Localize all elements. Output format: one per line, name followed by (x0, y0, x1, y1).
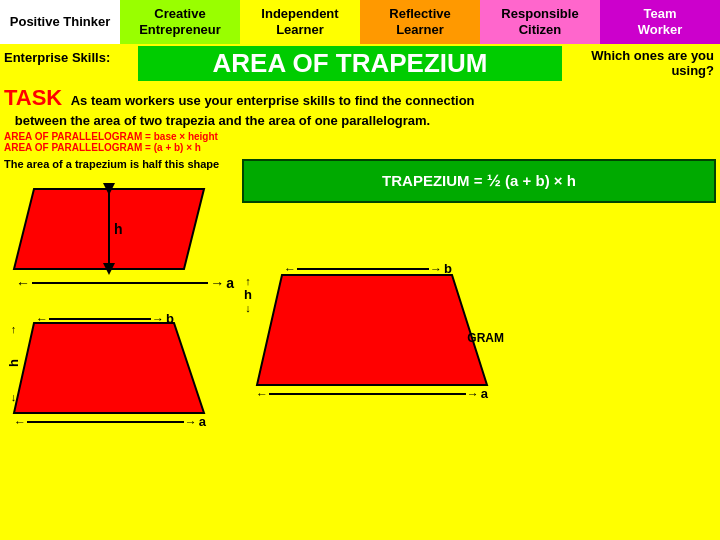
nav-label: IndependentLearner (261, 6, 338, 37)
parallelogram-svg: h (4, 179, 214, 279)
nav-label: TeamWorker (638, 6, 683, 37)
formula-box: TRAPEZIUM = ½ (a + b) × h (242, 159, 716, 203)
formula-display: TRAPEZIUM = ½ (a + b) × h (382, 171, 576, 191)
b-label: b (166, 311, 174, 326)
task-label: TASK (4, 85, 62, 110)
page-title: AREA OF TRAPEZIUM (138, 46, 562, 81)
task-description: As team workers use your enterprise skil… (4, 93, 475, 128)
a-label-bot: a (199, 414, 206, 429)
main-content: The area of a trapezium is half this sha… (0, 153, 720, 533)
nav-independent-learner[interactable]: IndependentLearner (240, 0, 360, 44)
svg-marker-4 (257, 275, 487, 385)
formula-section: AREA OF PARALLELOGRAM = base × height AR… (0, 131, 720, 153)
b-arrow-top: ← → b (36, 311, 174, 326)
nav-positive-thinker[interactable]: Positive Thinker (0, 0, 120, 44)
svg-text:h: h (114, 221, 123, 237)
enterprise-skills-label: Enterprise Skills: (4, 46, 134, 81)
parallelogram-shape: h (4, 179, 214, 279)
nav-label: CreativeEntrepreneur (139, 6, 221, 37)
formula-line1: AREA OF PARALLELOGRAM = base × height (4, 131, 716, 142)
a-label-bot2: a (481, 386, 488, 401)
which-ones-label: Which ones are you using? (566, 46, 716, 81)
b-label2: b (444, 261, 452, 276)
nav-label: Positive Thinker (10, 14, 110, 30)
nav-responsible-citizen[interactable]: ResponsibleCitizen (480, 0, 600, 44)
a-arrow-bottom2: ← → a (256, 386, 488, 401)
trapezium2-shape: ↑ h ↓ ← → b ← → a GRAM (242, 255, 502, 405)
nav-bar: Positive Thinker CreativeEntrepreneur In… (0, 0, 720, 44)
trapezium2-svg (242, 255, 497, 405)
formula-line2: AREA OF PARALLELOGRAM = (a + b) × h (4, 142, 716, 153)
nav-label: ResponsibleCitizen (501, 6, 578, 37)
nav-team-worker[interactable]: TeamWorker (600, 0, 720, 44)
left-panel: The area of a trapezium is half this sha… (4, 153, 234, 533)
nav-reflective-learner[interactable]: ReflectiveLearner (360, 0, 480, 44)
trapezium-label: The area of a trapezium is half this sha… (4, 157, 234, 171)
nav-creative-entrepreneur[interactable]: CreativeEntrepreneur (120, 0, 240, 44)
a-arrow-bottom1: ← → a (14, 414, 206, 429)
a-label: a (226, 275, 234, 291)
svg-marker-3 (14, 323, 204, 413)
nav-label: ReflectiveLearner (389, 6, 450, 37)
right-panel: TRAPEZIUM = ½ (a + b) × h ↑ h ↓ ← → b (242, 153, 716, 533)
b-arrow-top2: ← → b (284, 261, 452, 276)
trapezium1-shape: ↑ h ↓ ← → b ← → a (4, 303, 214, 433)
gram-label: GRAM (467, 331, 504, 345)
task-section: TASK As team workers use your enterprise… (0, 83, 720, 131)
